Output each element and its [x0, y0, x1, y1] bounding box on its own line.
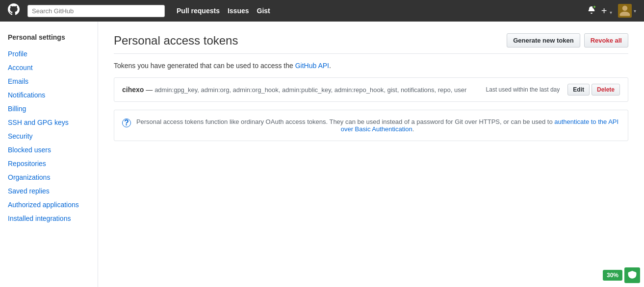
info-text-2: . — [412, 125, 414, 133]
sidebar-item-saved-replies[interactable]: Saved replies — [0, 184, 98, 198]
token-scopes: admin:gpg_key, admin:org, admin:org_hook… — [155, 86, 466, 94]
avatar — [618, 4, 632, 18]
bottom-right-badges: 30% — [603, 267, 640, 283]
search-input[interactable] — [27, 5, 165, 17]
sidebar-item-organizations[interactable]: Organizations — [0, 170, 98, 184]
page-title-row: Personal access tokens Generate new toke… — [114, 33, 628, 54]
sidebar-item-profile[interactable]: Profile — [0, 47, 98, 61]
notification-dot — [592, 5, 596, 9]
token-last-used: Last used within the last day — [486, 86, 560, 93]
sidebar-item-authorized-applications[interactable]: Authorized applications — [0, 198, 98, 212]
github-logo-icon[interactable] — [8, 3, 20, 18]
intro-text: Tokens you have generated that can be us… — [114, 62, 628, 70]
header: Pull requests Issues Gist + ▾ ▾ — [0, 0, 644, 22]
shield-badge — [624, 267, 640, 283]
generate-token-button[interactable]: Generate new token — [507, 33, 580, 48]
user-dropdown-arrow: ▾ — [634, 8, 636, 14]
token-actions: Edit Delete — [567, 84, 620, 96]
sidebar-item-ssh-gpg-keys[interactable]: SSH and GPG keys — [0, 116, 98, 129]
title-buttons: Generate new token Revoke all — [507, 33, 628, 48]
info-icon: ? — [122, 119, 131, 127]
token-info: cihexo — admin:gpg_key, admin:org, admin… — [122, 86, 478, 94]
sidebar: Personal settings Profile Account Emails… — [0, 22, 98, 287]
edit-token-button[interactable]: Edit — [567, 84, 590, 96]
sidebar-item-security[interactable]: Security — [0, 129, 98, 143]
layout: Personal settings Profile Account Emails… — [0, 22, 644, 287]
sidebar-item-repositories[interactable]: Repositories — [0, 157, 98, 170]
sidebar-item-billing[interactable]: Billing — [0, 102, 98, 116]
page-title: Personal access tokens — [114, 34, 238, 48]
notification-icon[interactable] — [588, 6, 595, 16]
main-content: Personal access tokens Generate new toke… — [98, 22, 644, 287]
nav-issues[interactable]: Issues — [228, 7, 249, 15]
token-box: cihexo — admin:gpg_key, admin:org, admin… — [114, 77, 628, 102]
token-row: cihexo — admin:gpg_key, admin:org, admin… — [114, 78, 628, 101]
sidebar-item-emails[interactable]: Emails — [0, 74, 98, 88]
sidebar-item-installed-integrations[interactable]: Installed integrations — [0, 212, 98, 225]
intro-text-1: Tokens you have generated that can be us… — [114, 62, 295, 70]
header-right: + ▾ ▾ — [588, 4, 636, 18]
token-name: cihexo — [122, 86, 144, 94]
sidebar-title: Personal settings — [0, 29, 98, 47]
sidebar-item-blocked-users[interactable]: Blocked users — [0, 143, 98, 157]
token-name-line: cihexo — admin:gpg_key, admin:org, admin… — [122, 86, 478, 94]
github-api-link[interactable]: GitHub API — [295, 62, 329, 70]
add-icon[interactable]: + ▾ — [601, 5, 612, 17]
percentage-badge: 30% — [603, 270, 622, 281]
sidebar-item-notifications[interactable]: Notifications — [0, 88, 98, 102]
sidebar-item-account[interactable]: Account — [0, 61, 98, 74]
nav-pull-requests[interactable]: Pull requests — [177, 7, 220, 15]
user-menu[interactable]: ▾ — [618, 4, 636, 18]
revoke-all-button[interactable]: Revoke all — [584, 33, 628, 48]
info-text: Personal access tokens function like ord… — [135, 118, 620, 133]
delete-token-button[interactable]: Delete — [592, 84, 620, 96]
info-box: ? Personal access tokens function like o… — [114, 110, 628, 141]
nav-gist[interactable]: Gist — [257, 7, 270, 15]
info-text-1: Personal access tokens function like ord… — [136, 118, 554, 125]
token-separator: — — [144, 86, 155, 94]
intro-text-2: . — [329, 62, 331, 70]
header-nav: Pull requests Issues Gist — [177, 7, 270, 15]
